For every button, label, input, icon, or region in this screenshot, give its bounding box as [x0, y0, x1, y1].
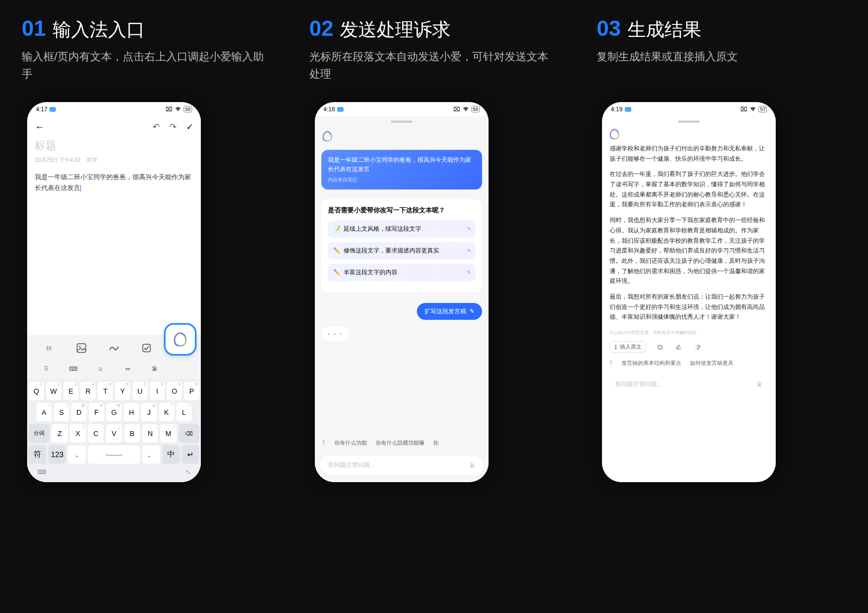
- keyboard-key[interactable]: N;: [142, 424, 158, 443]
- close-small-icon: ⌧: [453, 106, 460, 113]
- keyboard-key[interactable]: 分词: [29, 424, 49, 443]
- suggestion-chip[interactable]: 发言稿的基本结构和要点: [622, 359, 681, 367]
- keyboard-switch-icon[interactable]: ⌨: [66, 361, 81, 376]
- keyboard-key[interactable]: X): [70, 424, 86, 443]
- keyboard-key[interactable]: G%: [106, 403, 122, 421]
- rewrite-option[interactable]: ✏️丰富这段文字的内容✎: [328, 264, 476, 281]
- grid-menu-icon[interactable]: ⠿: [39, 361, 54, 376]
- keyboard-key[interactable]: V_: [106, 424, 122, 443]
- emoji-icon[interactable]: ☺: [93, 361, 108, 376]
- wifi-icon: [462, 106, 469, 112]
- keyboard-key[interactable]: ，: [68, 445, 85, 464]
- wifi-icon: [750, 106, 756, 112]
- battery-icon: 58: [471, 106, 480, 112]
- note-body[interactable]: 我是一年级二班小宝同学的爸爸，很高兴今天能作为家长代表在这发言: [27, 172, 201, 194]
- result-paragraph: 同时，我也想和大家分享一下我在家庭教育中的一些经验和心得。我认为家庭教育和学校教…: [610, 215, 768, 286]
- keyboard-key[interactable]: R4: [80, 382, 96, 400]
- step-3-column: 03 生成结果 复制生成结果或直接插入原文 4:19 ⌧ 57: [597, 16, 846, 482]
- voice-wave-icon[interactable]: ⦀⦀: [41, 340, 56, 356]
- pin-icon[interactable]: ⇪: [321, 439, 326, 447]
- ask-input[interactable]: 有问题尽管问我… 🎤︎: [320, 456, 483, 475]
- step-1-desc: 输入框/页内有文本，点击右上入口调起小爱输入助手: [22, 48, 271, 86]
- keyboard-key[interactable]: L?: [176, 403, 192, 421]
- ask-placeholder: 有问题尽管问我…: [615, 380, 663, 388]
- keyboard-key[interactable]: B:: [124, 424, 140, 443]
- suggestion-chip[interactable]: 你: [433, 439, 439, 447]
- suggestion-chip[interactable]: 如何使发言稿更具: [690, 359, 733, 367]
- checklist-icon[interactable]: [139, 340, 154, 356]
- copy-icon[interactable]: ⧉: [657, 343, 663, 352]
- keyboard-key[interactable]: Y6: [115, 382, 130, 400]
- mic-icon[interactable]: 🎤︎: [147, 361, 162, 376]
- image-icon[interactable]: [74, 340, 89, 356]
- key-row-4: 符123，。中↵: [29, 445, 199, 464]
- keyboard-key[interactable]: 符: [29, 445, 46, 464]
- keyboard-key[interactable]: Z(: [52, 424, 67, 443]
- keyboard-key[interactable]: F#: [89, 403, 104, 421]
- suggestion-chip[interactable]: 你有什么功能: [334, 439, 367, 447]
- thumbs-down-icon[interactable]: 👎︎: [694, 343, 702, 351]
- suggestion-chip[interactable]: 你有什么隐藏功能嘛: [376, 439, 425, 447]
- keyboard-key[interactable]: Q1: [29, 382, 44, 400]
- keyboard-key[interactable]: W2: [46, 382, 61, 400]
- keyboard-key[interactable]: ↵: [182, 445, 199, 464]
- keyboard-resize-icon[interactable]: ⤡: [186, 469, 191, 476]
- back-arrow-icon[interactable]: ←: [35, 122, 45, 133]
- undo-icon[interactable]: ↶: [153, 122, 160, 133]
- note-title-input[interactable]: 标题: [27, 138, 201, 153]
- keyboard-key[interactable]: H': [124, 403, 139, 421]
- key-row-1: Q1W2E3R4T5Y6U7I8O9P0: [29, 382, 199, 400]
- sheet-grab-bar[interactable]: [602, 116, 776, 127]
- mic-icon[interactable]: 🎤︎: [470, 462, 476, 469]
- keyboard-key[interactable]: A~: [36, 403, 52, 421]
- keyboard-key[interactable]: E3: [64, 382, 79, 400]
- message-source: 内容来自笔记: [328, 176, 476, 184]
- redo-icon[interactable]: ↷: [169, 122, 176, 133]
- insert-button[interactable]: ↧ 插入原文: [610, 341, 645, 353]
- draw-icon[interactable]: [106, 340, 122, 356]
- qwerty-keyboard: Q1W2E3R4T5Y6U7I8O9P0 A~S!D@F#G%H'J&K*L? …: [27, 380, 201, 482]
- keyboard-key[interactable]: U7: [132, 382, 148, 400]
- confirm-check-icon[interactable]: ✓: [186, 122, 193, 133]
- keyboard-key[interactable]: P0: [184, 382, 199, 400]
- thumbs-up-icon[interactable]: 👍︎: [675, 343, 682, 351]
- rewrite-option[interactable]: 📝延续上文风格，续写这段文字✎: [328, 220, 476, 238]
- keyboard-collapse-icon[interactable]: ⌨: [37, 469, 46, 476]
- cloud-icon: [625, 107, 631, 112]
- keyboard-key[interactable]: D@: [71, 403, 86, 421]
- keyboard-key[interactable]: J&: [141, 403, 156, 421]
- cloud-icon: [49, 107, 56, 112]
- cursor-move-icon[interactable]: ⇔: [120, 361, 135, 376]
- text-cursor: [80, 185, 81, 192]
- keyboard-key[interactable]: O9: [167, 382, 182, 400]
- spacebar-key[interactable]: [88, 445, 141, 464]
- step-1-number: 01: [22, 16, 46, 41]
- rewrite-prompt-card: 是否需要小爱帮你改写一下这段文本呢？ 📝延续上文风格，续写这段文字✎✏️修饰这段…: [321, 199, 482, 292]
- keyboard-key[interactable]: I8: [150, 382, 165, 400]
- pin-icon[interactable]: ⇪: [609, 359, 613, 367]
- status-bar: 4:18 ⌧ 58: [315, 102, 489, 116]
- keyboard-key[interactable]: S!: [54, 403, 69, 421]
- rewrite-option[interactable]: ✏️修饰这段文字，要求描述内容更真实✎: [328, 242, 476, 260]
- chip-label: 扩写这段发言稿: [425, 307, 466, 315]
- backspace-key[interactable]: ⌫: [179, 424, 199, 443]
- keyboard-key[interactable]: 123: [48, 445, 66, 464]
- svg-point-1: [79, 346, 81, 347]
- mic-icon[interactable]: 🎤︎: [757, 381, 763, 388]
- keyboard-key[interactable]: C-: [88, 424, 104, 443]
- keyboard-key[interactable]: T5: [98, 382, 113, 400]
- status-bar: 4:19 ⌧ 57: [602, 102, 776, 116]
- step-1-title: 输入法入口: [53, 17, 145, 42]
- option-label: 延续上文风格，续写这段文字: [344, 225, 421, 233]
- ask-input[interactable]: 有问题尽管问我… 🎤︎: [607, 375, 770, 394]
- option-label: 修饰这段文字，要求描述内容更真实: [344, 247, 439, 255]
- keyboard-key[interactable]: 。: [142, 445, 160, 464]
- pencil-icon: ✎: [467, 226, 471, 232]
- keyboard-key[interactable]: K*: [159, 403, 174, 421]
- keyboard-key[interactable]: 中: [162, 445, 180, 464]
- sheet-grab-bar[interactable]: [315, 116, 489, 127]
- selected-action-chip[interactable]: 扩写这段发言稿 ✎: [417, 303, 482, 320]
- ai-logo-icon: [321, 130, 333, 142]
- keyboard-key[interactable]: M/: [160, 424, 176, 443]
- ai-assistant-badge[interactable]: [164, 323, 197, 356]
